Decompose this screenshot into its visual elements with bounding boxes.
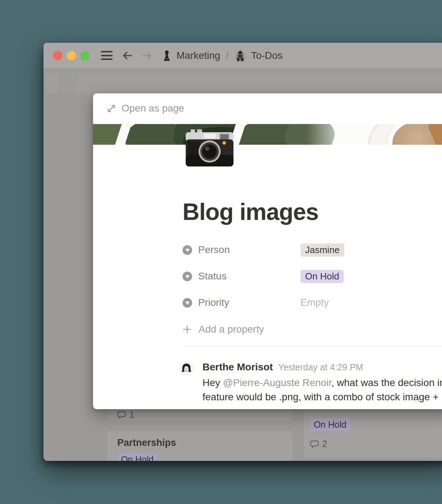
property-key: Status	[183, 271, 300, 282]
cover-fade	[306, 124, 372, 145]
avatar	[179, 361, 194, 376]
camera-icon	[183, 128, 236, 170]
chess-pawn-icon	[162, 50, 172, 61]
breadcrumb: Marketing / To-Dos	[162, 50, 283, 62]
page-icon-camera[interactable]	[183, 128, 236, 170]
comment-count-label: 2	[322, 439, 327, 449]
comment-icon	[117, 411, 126, 419]
comment-count-label: 1	[129, 410, 134, 420]
expand-icon	[107, 104, 116, 113]
comment-text-line: Hey @Pierre-Auguste Renoir, what was the…	[202, 376, 442, 390]
properties-divider	[183, 346, 442, 346]
open-as-page-button[interactable]: Open as page	[107, 103, 184, 114]
page-cover	[93, 124, 442, 145]
app-window: Marketing / To-Dos	[43, 43, 442, 461]
comment-icon	[310, 440, 319, 448]
status-tag: On Hold	[310, 418, 350, 431]
peek-modal: Open as page	[93, 93, 442, 409]
property-key: Person	[183, 244, 300, 256]
forward-button[interactable]	[142, 50, 153, 61]
open-as-page-label: Open as page	[122, 103, 184, 114]
comment-text-line: feature would be .png, with a combo of s…	[202, 390, 442, 404]
breadcrumb-item-marketing[interactable]: Marketing	[162, 50, 220, 61]
status-tag: On Hold	[117, 453, 157, 461]
status-value-tag[interactable]: On Hold	[300, 270, 344, 283]
dimmed-page-cover-ghost-left	[46, 73, 110, 93]
mention-link[interactable]: @Pierre-Auguste Renoir	[223, 377, 332, 388]
dimmed-page-cover-ghost	[110, 73, 442, 93]
breadcrumb-item-todos[interactable]: To-Dos	[234, 50, 283, 62]
board-card-partnerships: Partnerships On Hold	[107, 431, 293, 461]
select-property-icon	[183, 298, 192, 308]
breadcrumb-label: To-Dos	[251, 50, 283, 61]
comment-text: , what was the decision in	[331, 377, 442, 388]
window-titlebar: Marketing / To-Dos	[43, 43, 442, 68]
comment-text: Hey	[202, 377, 223, 388]
add-property-label: Add a property	[199, 324, 264, 335]
breadcrumb-separator: /	[226, 50, 228, 61]
empty-value[interactable]: Empty	[300, 297, 329, 308]
card-title: Partnerships	[117, 437, 176, 448]
person-value-tag[interactable]: Jasmine	[300, 243, 344, 257]
sidebar-menu-icon[interactable]	[101, 51, 113, 60]
property-label: Person	[198, 244, 230, 256]
page-title[interactable]: Blog images	[183, 198, 318, 225]
property-label: Status	[198, 271, 226, 282]
property-row-person[interactable]: Person Jasmine	[183, 243, 442, 257]
select-property-icon	[183, 272, 192, 281]
property-key: Priority	[183, 297, 300, 308]
plus-icon	[183, 325, 192, 334]
property-label: Priority	[198, 297, 229, 308]
minimize-window-button[interactable]	[67, 51, 76, 60]
property-row-priority[interactable]: Priority Empty	[183, 296, 442, 309]
back-button[interactable]	[122, 50, 133, 61]
comment-timestamp: Yesterday at 4:29 PM	[278, 362, 363, 372]
breadcrumb-label: Marketing	[176, 50, 220, 61]
comment-text: feature would be .png, with a combo of s…	[202, 391, 438, 402]
comment-item: Berthe Morisot Yesterday at 4:29 PM Hey …	[179, 361, 442, 404]
properties-panel: Person Jasmine Status On Hold Priority	[183, 243, 442, 322]
card-comment-count: 2	[310, 439, 327, 449]
desktop-background: Marketing / To-Dos	[0, 0, 442, 504]
comment-author: Berthe Morisot	[202, 361, 273, 373]
zoom-window-button[interactable]	[80, 51, 89, 60]
property-row-status[interactable]: Status On Hold	[183, 269, 442, 283]
select-property-icon	[183, 245, 192, 255]
japanese-castle-icon	[234, 50, 246, 62]
comment-header: Berthe Morisot Yesterday at 4:29 PM	[202, 361, 442, 376]
card-comment-count: 1	[117, 410, 134, 420]
comment-body: Berthe Morisot Yesterday at 4:29 PM Hey …	[202, 361, 442, 404]
close-window-button[interactable]	[53, 51, 62, 60]
add-property-button[interactable]: Add a property	[183, 324, 264, 335]
